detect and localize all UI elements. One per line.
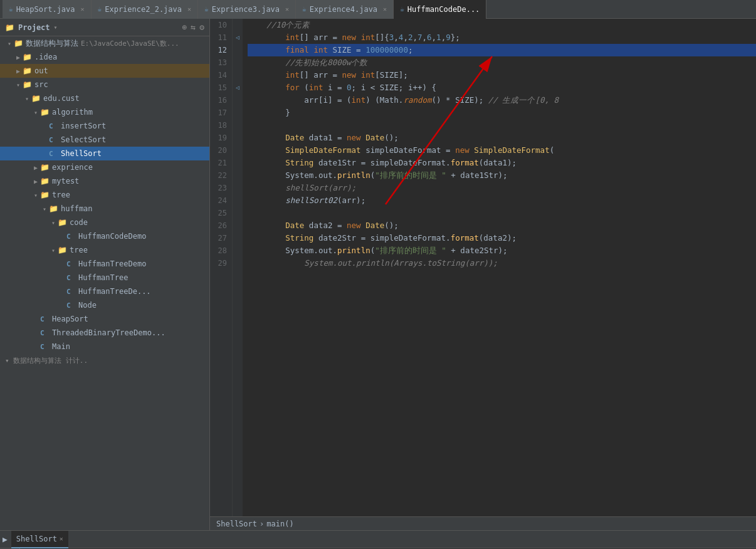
close-icon[interactable]: ✕ (60, 535, 63, 542)
code-text: println (337, 169, 370, 182)
code-text: "排序前的时间是 " (375, 244, 446, 257)
sidebar-item-heapsort[interactable]: C HeapSort (0, 312, 209, 326)
line-num-29: 29 (215, 257, 227, 269)
code-text: []{ (375, 31, 389, 44)
code-text: }; (451, 31, 460, 44)
project-title: Project (18, 23, 50, 32)
code-text: ( (370, 244, 375, 257)
sidebar-item-huffmancodedemo[interactable]: C HuffmanCodeDemo (0, 229, 209, 243)
sidebar-item-mytest[interactable]: ▶ 📁 mytest (0, 174, 209, 188)
sidebar-item-threadedbinary[interactable]: C ThreadedBinaryTreeDemo... (0, 326, 209, 340)
root-path: E:\JavaCode\JavaSE\数... (81, 39, 179, 48)
run-icon: ▶ (3, 535, 8, 544)
collapse-icon[interactable]: ⇆ (191, 23, 196, 32)
code-text: , (412, 31, 417, 44)
tab-exprience3[interactable]: ☕ Exprience3.java ✕ (198, 0, 296, 19)
line-num-15: 15 (215, 81, 227, 94)
code-text: date1Str = simpleDateFormat. (313, 157, 450, 169)
tab-bar: ☕ HeapSort.java ✕ ☕ Exprience2_2.java ✕ … (0, 0, 756, 19)
close-icon[interactable]: ✕ (285, 6, 289, 13)
sidebar-item-huffmantree[interactable]: C HuffmanTree (0, 271, 209, 285)
code-text: SimpleDateFormat (474, 144, 549, 157)
code-text (361, 219, 366, 232)
code-text: 100000000 (365, 44, 408, 56)
sidebar-header: 📁 Project ▾ ⊕ ⇆ ⚙ (0, 19, 209, 36)
run-tab-shellsort[interactable]: ShellSort ✕ (11, 531, 68, 548)
sidebar-item-tree2[interactable]: ▾ 📁 tree (0, 243, 209, 257)
sidebar-item-exprience[interactable]: ▶ 📁 exprience (0, 160, 209, 174)
tab-exprience4[interactable]: ☕ Exprience4.java ✕ (296, 0, 394, 19)
line-num-12: 12 (215, 44, 227, 56)
sidebar-item-algorithm[interactable]: ▾ 📁 algorithm (0, 105, 209, 119)
close-icon[interactable]: ✕ (81, 6, 85, 13)
folder-icon: 📁 (14, 39, 24, 48)
code-text (248, 132, 285, 144)
tab-huffmancode[interactable]: ☕ HuffmanCodeDe... (394, 0, 486, 19)
folder-icon: 📁 (23, 53, 33, 61)
code-text: String (285, 232, 313, 244)
sidebar-item-code[interactable]: ▾ 📁 code (0, 216, 209, 229)
code-container[interactable]: 10 11 12 13 14 15 16 17 18 19 20 21 22 2… (210, 19, 756, 516)
tab-exprience2[interactable]: ☕ Exprience2_2.java ✕ (92, 0, 198, 19)
tab-heapsort[interactable]: ☕ HeapSort.java ✕ (3, 0, 92, 19)
sidebar-item-root[interactable]: ▾ 📁 数据结构与算法 E:\JavaCode\JavaSE\数... (0, 36, 209, 50)
code-text: } (248, 107, 290, 119)
sidebar-item-src[interactable]: ▾ 📁 src (0, 78, 209, 92)
tab-label: HuffmanCodeDe... (407, 5, 480, 14)
code-text: + date2Str); (446, 244, 508, 257)
sidebar-item-out[interactable]: ▶ 📁 out (0, 64, 209, 78)
item-label: ShellSort (61, 149, 102, 158)
breadcrumb-shellsort[interactable]: ShellSort (216, 520, 257, 528)
code-text: data1 = (304, 132, 347, 144)
sidebar-item-shellsort[interactable]: C ShellSort (0, 147, 209, 160)
sidebar-item-huffmantreedemo[interactable]: C HuffmanTreeDemo (0, 257, 209, 271)
main-layout: 📁 Project ▾ ⊕ ⇆ ⚙ ▾ 📁 数据结构与算法 E:\JavaCod… (0, 19, 756, 530)
code-text: date2Str = simpleDateFormat. (313, 232, 450, 244)
sidebar-item-huffmantreedemo2[interactable]: C HuffmanTreeDe... (0, 285, 209, 298)
sidebar-item-huffman[interactable]: ▾ 📁 huffman (0, 202, 209, 216)
locate-icon[interactable]: ⊕ (182, 23, 187, 32)
code-text: Date (365, 132, 384, 144)
line-num-25: 25 (215, 207, 227, 219)
code-text: Date (365, 219, 384, 232)
sidebar-item-main[interactable]: C Main (0, 340, 209, 353)
breadcrumb-main[interactable]: main() (266, 520, 293, 528)
code-text: [] arr = (300, 69, 342, 81)
line-num-14: 14 (215, 69, 227, 81)
gutter-29 (233, 257, 243, 269)
code-text: 7 (417, 31, 423, 44)
sidebar-item-selectsort[interactable]: C SelectSort (0, 133, 209, 147)
java-icon: C (49, 122, 59, 130)
gutter-15: ◁ (233, 81, 243, 94)
bottom-label: ▾ 数据结构与算法 计计.. (5, 356, 88, 365)
sidebar-item-insertsort[interactable]: C insertSort (0, 119, 209, 133)
chevron-right-icon: ▶ (14, 54, 23, 61)
close-icon[interactable]: ✕ (383, 6, 387, 13)
code-text: [] arr = (300, 31, 342, 44)
code-line-22: System.out.println("排序前的时间是 " + date1Str… (248, 169, 756, 182)
sidebar-item-node[interactable]: C Node (0, 298, 209, 312)
code-text (248, 232, 285, 244)
gutter-23 (233, 182, 243, 194)
code-content[interactable]: //10个元素 int[] arr = new int[]{3,4,2,7,6,… (243, 19, 756, 516)
sidebar-item-educust[interactable]: ▾ 📁 edu.cust (0, 92, 209, 105)
code-text: 6 (427, 31, 432, 44)
code-text: //10个元素 (248, 19, 310, 31)
settings-icon[interactable]: ⚙ (199, 23, 204, 32)
folder-icon: 📁 (23, 66, 33, 75)
close-icon[interactable]: ✕ (187, 6, 191, 13)
code-line-14: int[] arr = new int[SIZE]; (248, 69, 756, 81)
project-icon: 📁 (5, 23, 14, 32)
code-line-12: final int SIZE = 100000000; (248, 44, 756, 56)
gutter-12 (233, 44, 243, 56)
sidebar-item-tree[interactable]: ▾ 📁 tree (0, 188, 209, 202)
item-label: HuffmanCodeDemo (78, 232, 146, 241)
code-text (248, 194, 285, 207)
java-icon: C (66, 301, 76, 310)
sidebar-item-idea[interactable]: ▶ 📁 .idea (0, 50, 209, 64)
code-text: , (423, 31, 428, 44)
gutter-19 (233, 132, 243, 144)
code-line-21: String date1Str = simpleDateFormat.forma… (248, 157, 756, 169)
line-num-24: 24 (215, 194, 227, 207)
chevron-down-icon: ▾ (54, 24, 58, 31)
